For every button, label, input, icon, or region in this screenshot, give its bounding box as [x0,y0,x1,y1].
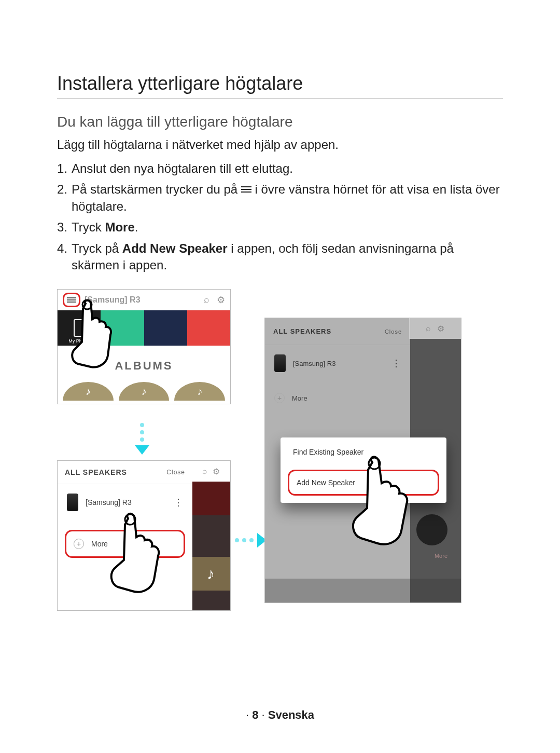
more-row[interactable]: + More [265,381,410,415]
page-subheading: Du kan lägga till ytterligare högtalare [57,114,503,130]
hamburger-menu-icon [241,185,251,194]
page-heading: Installera ytterligare högtalare [57,73,503,99]
music-note-icon: ♪ [191,557,230,591]
intro-text: Lägg till högtalarna i nätverket med hjä… [57,138,503,152]
more-label: More [91,540,108,548]
plus-icon: + [74,539,84,549]
speaker-icon [67,494,78,511]
tile-red[interactable] [187,310,230,346]
close-button[interactable]: Close [385,328,402,335]
step-2-part-a: På startskärmen trycker du på [72,182,241,196]
speaker-name: [Samsung] R3 [293,360,335,367]
settings-icon[interactable]: ⚙ [213,467,220,476]
steps-list: Anslut den nya högtalaren till ett elutt… [57,160,503,273]
page-number: 8 [252,708,258,721]
step-3-bold: More [105,220,134,234]
arrow-down-icon [135,421,149,455]
tile-navy[interactable] [144,310,187,346]
album-thumb[interactable]: ♪ [174,382,225,401]
tap-hand-icon [67,298,130,371]
step-4: Tryck på Add New Speaker i appen, och fö… [57,240,503,274]
playbar[interactable] [265,579,461,603]
search-icon[interactable]: ⌕ [202,467,207,476]
kebab-menu-icon[interactable]: ⋮ [391,358,401,369]
more-label: More [292,394,307,402]
plus-icon: + [274,393,285,403]
speaker-list-item[interactable]: [Samsung] R3 ⋮ [265,345,410,381]
step-1: Anslut den nya högtalaren till ett elutt… [57,160,503,177]
album-thumb[interactable]: ♪ [63,382,114,401]
step-4-part-a: Tryck på [72,241,122,255]
step-3: Tryck More. [57,219,503,236]
step-4-bold: Add New Speaker [122,241,228,255]
search-icon[interactable]: ⌕ [204,294,209,306]
page-language: Svenska [268,708,314,721]
close-button[interactable]: Close [166,469,185,476]
diagram-area: [Samsung] R3 ⌕ ⚙ My Phone ALBUMS ♪ ♪ ♪ [57,289,503,652]
all-speakers-header: ALL SPEAKERS [65,468,127,476]
settings-icon[interactable]: ⚙ [437,324,444,334]
album-thumb[interactable]: ♪ [119,382,170,401]
tap-hand-icon [106,512,179,595]
kebab-menu-icon[interactable]: ⋮ [174,497,183,508]
bottom-more-label: More [435,553,447,559]
search-icon[interactable]: ⌕ [426,324,431,333]
speaker-name: [Samsung] R3 [86,498,132,506]
all-speakers-header: ALL SPEAKERS [273,327,331,335]
settings-icon[interactable]: ⚙ [217,294,225,306]
step-3-part-a: Tryck [72,220,105,234]
page-footer: · 8 · Svenska [0,708,560,722]
arrow-right-icon [233,533,267,547]
tap-hand-icon [347,455,430,549]
speaker-icon [274,354,286,372]
step-3-part-c: . [135,220,138,234]
step-2: På startskärmen trycker du på i övre vän… [57,181,503,215]
